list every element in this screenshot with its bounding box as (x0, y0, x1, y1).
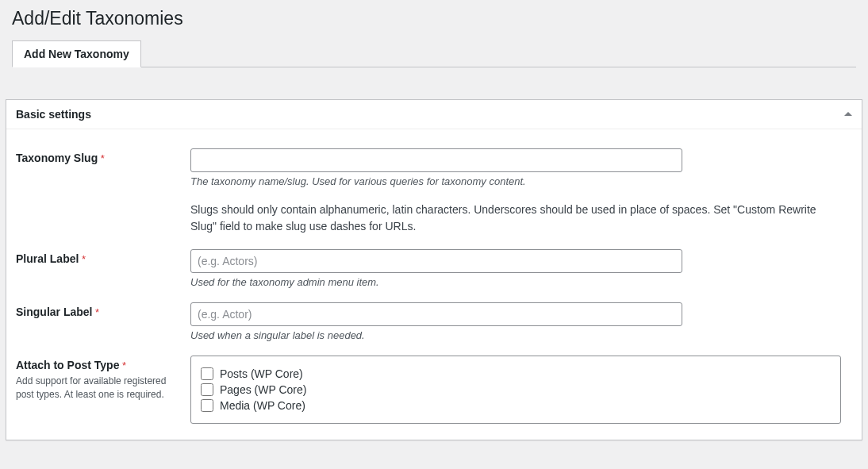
field-input-col: Used when a singular label is needed. (190, 302, 852, 341)
required-asterisk: * (82, 253, 86, 265)
required-asterisk: * (101, 152, 105, 164)
required-asterisk: * (95, 306, 99, 318)
checkbox-row-posts: Posts (WP Core) (201, 367, 831, 380)
checkbox-posts[interactable] (201, 367, 213, 380)
panel-header[interactable]: Basic settings (6, 100, 862, 129)
input-taxonomy-slug[interactable] (190, 148, 682, 172)
panel-body: Taxonomy Slug * The taxonomy name/slug. … (6, 129, 862, 440)
help-taxonomy-slug-para: Slugs should only contain alphanumeric, … (190, 202, 841, 235)
label-taxonomy-slug: Taxonomy Slug (16, 152, 98, 164)
tabs-bar: Add New Taxonomy (12, 40, 856, 67)
field-input-col: Used for the taxonomy admin menu item. (190, 249, 852, 288)
checkbox-label-media: Media (WP Core) (220, 399, 305, 412)
help-attach-sub: Add support for available registered pos… (16, 375, 190, 402)
panel-basic-settings: Basic settings Taxonomy Slug * The taxon… (6, 99, 862, 440)
field-taxonomy-slug: Taxonomy Slug * The taxonomy name/slug. … (16, 148, 852, 235)
checkbox-pages[interactable] (201, 383, 213, 396)
panel-title: Basic settings (16, 108, 91, 121)
tab-add-new-taxonomy[interactable]: Add New Taxonomy (12, 40, 141, 67)
checkbox-row-pages: Pages (WP Core) (201, 383, 831, 396)
label-attach: Attach to Post Type (16, 359, 119, 371)
help-plural: Used for the taxonomy admin menu item. (190, 276, 852, 288)
input-singular-label[interactable] (190, 302, 682, 326)
field-input-col: The taxonomy name/slug. Used for various… (190, 148, 852, 235)
field-plural-label: Plural Label * Used for the taxonomy adm… (16, 249, 852, 288)
field-attach-post-type: Attach to Post Type * Add support for av… (16, 356, 852, 424)
field-label-col: Attach to Post Type * Add support for av… (16, 356, 190, 424)
checkbox-row-media: Media (WP Core) (201, 399, 831, 412)
field-label-col: Taxonomy Slug * (16, 148, 190, 235)
help-taxonomy-slug: The taxonomy name/slug. Used for various… (190, 175, 852, 187)
page-title: Add/Edit Taxonomies (0, 0, 868, 34)
field-label-col: Plural Label * (16, 249, 190, 288)
field-singular-label: Singular Label * Used when a singular la… (16, 302, 852, 341)
field-label-col: Singular Label * (16, 302, 190, 341)
label-plural: Plural Label (16, 252, 79, 265)
label-singular: Singular Label (16, 306, 92, 318)
input-plural-label[interactable] (190, 249, 682, 273)
field-input-col: Posts (WP Core) Pages (WP Core) Media (W… (190, 356, 852, 424)
caret-up-icon (844, 112, 852, 116)
checkbox-label-pages: Pages (WP Core) (220, 383, 306, 396)
required-asterisk: * (122, 359, 126, 371)
checkbox-group-post-types: Posts (WP Core) Pages (WP Core) Media (W… (190, 356, 841, 424)
help-singular: Used when a singular label is needed. (190, 329, 852, 341)
checkbox-label-posts: Posts (WP Core) (220, 367, 303, 380)
checkbox-media[interactable] (201, 399, 213, 412)
